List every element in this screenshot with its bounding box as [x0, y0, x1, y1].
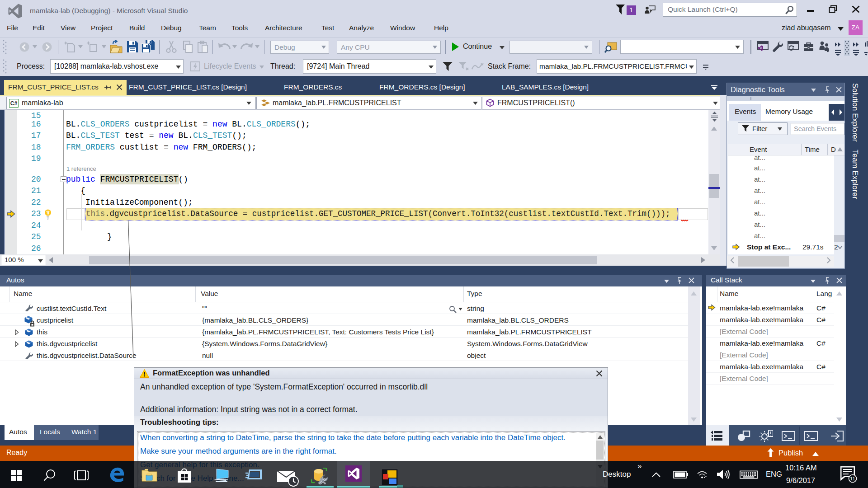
svg-text:11: 11: [850, 476, 855, 481]
